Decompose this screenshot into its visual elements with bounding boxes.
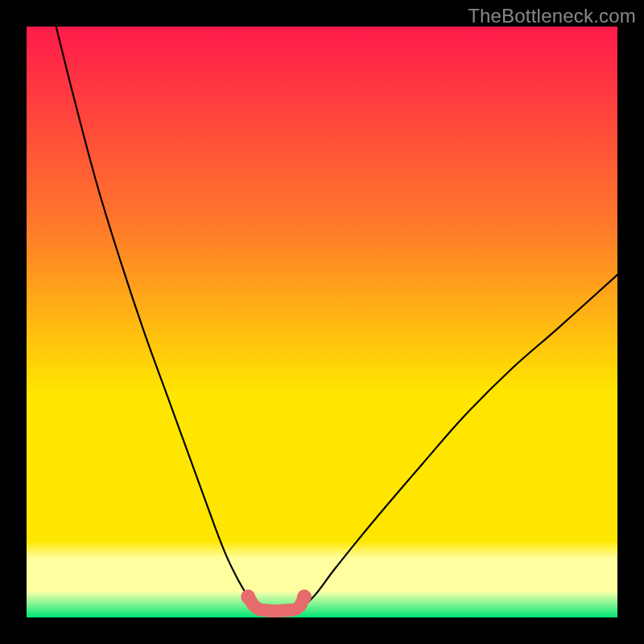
highlight-endpoint-left [241,589,255,604]
gradient-background [27,27,617,617]
chart-frame: TheBottleneck.com [0,0,644,644]
watermark-text: TheBottleneck.com [468,5,636,27]
chart-svg [27,27,617,617]
plot-area [27,27,617,617]
highlight-endpoint-right [297,589,312,604]
